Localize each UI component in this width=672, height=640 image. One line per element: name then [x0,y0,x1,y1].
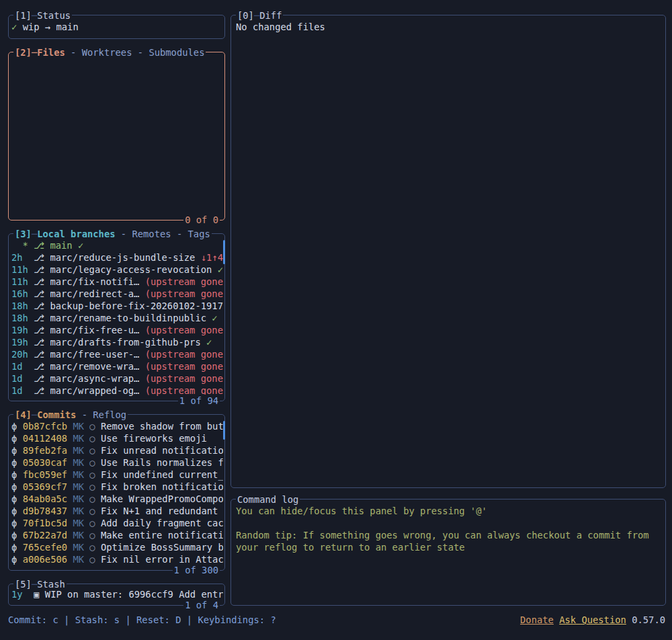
commit-row[interactable]: ϕ 05030caf MK ○ Use Rails normalizes f [11,456,223,469]
branch-status: ✓ [212,313,217,323]
donate-link[interactable]: Donate [520,614,554,626]
commit-row[interactable]: ϕ 05369cf7 MK ○ Fix broken notificatio [11,481,223,493]
panel-key: [3] [15,229,32,239]
branch-name: marc/free-user-… [50,349,139,360]
title-dash: ─ [32,579,37,590]
commit-author: MK [73,530,84,541]
commit-icon: ϕ [11,445,17,456]
commits-panel[interactable]: [4]─Commits - Reflog ϕ 0b87cfcb MK ○ Rem… [8,414,225,571]
branch-row[interactable]: 11h ⎇ marc/fix-notifi… (upstream gone) [11,276,223,288]
commit-row[interactable]: ϕ fbc059ef MK ○ Fix undefined current_ [11,469,223,481]
branch-status: (upstream gone) [145,288,223,299]
diff-panel[interactable]: [0]─Diff No changed files [230,15,666,488]
tabs-remotes-tags[interactable]: - Remotes - Tags [116,229,210,239]
stash-panel[interactable]: [5]─Stash 1y ▣ WIP on master: 6996ccf9 A… [8,584,225,606]
stash-panel-title: [5]─Stash [13,578,67,590]
branch-name: main [50,240,72,251]
graph-node-icon: ○ [89,506,95,516]
commit-row[interactable]: ϕ 0b87cfcb MK ○ Remove shadow from but [11,420,223,432]
panel-key: [1] [15,10,32,21]
branch-row[interactable]: 11h ⎇ marc/legacy-access-revocation ✓ [11,264,223,276]
tab-local-branches[interactable]: Local branches [37,229,115,239]
branch-row[interactable]: 16h ⎇ marc/redirect-a… (upstream gone) [11,288,223,300]
commit-row[interactable]: ϕ d9b78437 MK ○ Fix N+1 and redundant [11,505,223,517]
branch-age: 20h [11,348,28,360]
tab-reflog[interactable]: - Reflog [76,409,126,420]
branches-panel[interactable]: [3]─Local branches - Remotes - Tags * ⎇ … [8,233,225,401]
branch-name: marc/drafts-from-github-prs [50,337,200,348]
ask-question-link[interactable]: Ask Question [559,614,626,626]
graph-node-icon: ○ [89,493,95,504]
commits-count: 1 of 300 [173,564,220,576]
branch-list: * ⎇ main ✓2h ⎇ marc/reduce-js-bundle-siz… [9,234,224,401]
commit-author: MK [73,469,84,480]
graph-node-icon: ○ [89,469,95,480]
commit-message: Fix N+1 and redundant [101,506,218,516]
commits-scrollbar[interactable] [223,421,225,440]
commit-hash: fbc059ef [23,469,67,480]
commit-row[interactable]: ϕ 70f1bc5d MK ○ Add daily fragment cac [11,517,223,529]
graph-node-icon: ○ [89,518,95,528]
commit-author: MK [73,445,84,456]
status-panel[interactable]: [1]─Status ✓ wip → main [8,15,225,39]
branch-row[interactable]: 19h ⎇ marc/fix-free-u… (upstream gone) [11,324,223,336]
commit-row[interactable]: ϕ 765cefe0 MK ○ Optimize BossSummary b [11,541,223,553]
branch-icon: ⎇ [34,301,44,311]
stash-icon: ▣ [34,589,39,600]
branch-row[interactable]: 1d ⎇ marc/async-wrap… (upstream gone) [11,372,223,385]
command-log-line: You can hide/focus this panel by pressin… [234,505,664,517]
branch-row[interactable]: * ⎇ main ✓ [11,239,223,251]
files-panel-title: [2]─Files - Worktrees - Submodules [13,46,206,58]
branch-status: ✓ [218,264,223,275]
stash-message: WIP on master: 6996ccf9 Add entry [45,589,223,600]
tab-files[interactable]: Files [37,47,65,58]
graph-node-icon: ○ [89,542,95,553]
branch-row[interactable]: 20h ⎇ marc/free-user-… (upstream gone) [11,348,223,360]
branch-icon: ⎇ [34,313,44,323]
branch-age: 11h [11,264,28,276]
branch-status: ↓1↑48 [201,252,223,263]
branch-icon: ⎇ [34,288,44,299]
commits-panel-title: [4]─Commits - Reflog [13,409,128,421]
branch-row[interactable]: 19h ⎇ marc/drafts-from-github-prs ✓ [11,336,223,348]
branches-panel-title: [3]─Local branches - Remotes - Tags [13,228,212,240]
commit-row[interactable]: ϕ 89feb2fa MK ○ Fix unread notificatio [11,444,223,456]
branches-scrollbar[interactable] [223,240,225,264]
branch-name: marc/remove-wra… [50,361,139,372]
commit-row[interactable]: ϕ 84ab0a5c MK ○ Make WrappedPromoCompo [11,493,223,505]
branch-row[interactable]: 2h ⎇ marc/reduce-js-bundle-size ↓1↑48 [11,251,223,264]
commit-row[interactable]: ϕ 67b22a7d MK ○ Make entire notificati [11,529,223,541]
tabs-worktrees-submodules[interactable]: - Worktrees - Submodules [65,47,205,58]
panel-key: [2] [15,47,32,58]
panel-key: [4] [15,409,32,420]
commit-author: MK [73,554,84,565]
branch-name: marc/fix-notifi… [50,276,139,287]
branch-row[interactable]: 18h ⎇ marc/rename-to-buildinpublic ✓ [11,312,223,324]
graph-node-icon: ○ [89,481,95,492]
commit-author: MK [73,506,84,516]
branch-name: marc/legacy-access-revocation [50,264,212,275]
commit-hash: a006e506 [23,554,67,565]
commit-hash: d9b78437 [23,506,67,516]
branch-row[interactable]: 18h ⎇ backup-before-fix-20260102-1917… [11,300,223,312]
branch-status: (upstream gone) [145,349,223,360]
commit-hash: 04112408 [23,433,67,444]
branch-name: backup-before-fix-20260102-1917… [50,301,223,311]
branch-icon: ⎇ [34,252,44,263]
graph-node-icon: ○ [89,530,95,541]
graph-node-icon: ○ [89,457,95,468]
command-log-panel[interactable]: Command log You can hide/focus this pane… [230,499,666,606]
branch-icon: ⎇ [34,373,44,384]
files-panel[interactable]: [2]─Files - Worktrees - Submodules 0 of … [8,52,225,221]
commit-message: Fix unread notificatio [101,445,223,456]
title-dash: ─ [254,10,259,21]
branches-count: 1 of 94 [178,395,220,407]
graph-node-icon: ○ [89,433,95,444]
branch-row[interactable]: 1d ⎇ marc/remove-wra… (upstream gone) [11,360,223,372]
tab-commits[interactable]: Commits [37,409,76,420]
branch-age: 1d [11,385,28,397]
commit-author: MK [73,421,84,432]
commit-hash: 765cefe0 [23,542,67,553]
stash-count: 1 of 4 [183,599,220,611]
commit-row[interactable]: ϕ 04112408 MK ○ Use fireworks emoji [11,432,223,444]
